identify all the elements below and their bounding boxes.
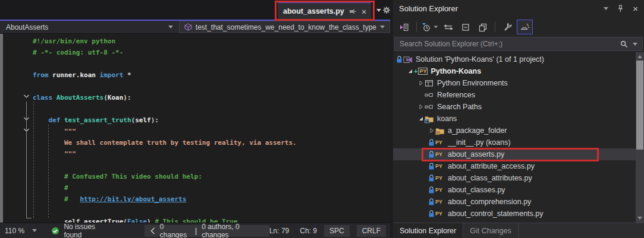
member-dropdown[interactable]: test_that_sometimes_we_need_to_know_the_… [179, 21, 390, 33]
code-line[interactable] [33, 103, 390, 115]
properties-wrench-button[interactable] [500, 20, 516, 34]
code-line[interactable]: """ [33, 126, 390, 137]
code-line[interactable]: # -*- coding: utf-8 -*- [33, 47, 390, 58]
collapsed-arrow-icon[interactable] [417, 104, 425, 110]
git-changes-summary[interactable]: 0 changes | 0 authors, 0 changes [144, 225, 269, 237]
expanded-arrow-icon[interactable] [417, 116, 425, 122]
environments-icon-slot [425, 79, 435, 87]
preview-selected-button[interactable] [517, 20, 533, 34]
references-icon [425, 103, 433, 110]
tree-item-python-environments[interactable]: Python Environments [393, 77, 636, 89]
chevron-down-icon [168, 26, 173, 28]
sync-active-document-button[interactable] [440, 20, 456, 34]
tree-item-search-paths[interactable]: Search Paths [393, 101, 636, 113]
type-dropdown[interactable]: AboutAsserts [0, 21, 179, 33]
column-indicator[interactable]: Ch: 9 [300, 227, 317, 235]
gear-icon[interactable] [382, 6, 391, 14]
scc-added-icon: + [414, 68, 417, 75]
code-line[interactable]: #!/usr/bin/env python [33, 36, 390, 47]
code-line[interactable]: from runner.koan import * [33, 69, 390, 81]
folder-package-icon-slot [435, 126, 446, 135]
tree-item-about-attribute-access-py[interactable]: PYabout_attribute_access.py [393, 160, 636, 172]
close-icon[interactable]: × [633, 4, 638, 13]
code-line[interactable] [33, 58, 390, 69]
tree-item-about-asserts-py[interactable]: PYabout_asserts.py [393, 148, 636, 160]
indent-guide [48, 125, 49, 218]
line-indicator[interactable]: Ln: 79 [269, 227, 289, 235]
pinned-icon[interactable] [349, 8, 357, 15]
code-line[interactable] [33, 160, 390, 171]
collapsed-arrow-icon[interactable] [417, 80, 425, 86]
code-line[interactable]: We shall contemplate truth by testing re… [33, 137, 390, 148]
code-line[interactable]: # [33, 182, 390, 193]
search-icon[interactable] [620, 40, 628, 48]
tab-overflow-chevron-down-icon[interactable] [376, 9, 381, 12]
spaces-indicator[interactable]: SPC [324, 225, 350, 237]
expanded-arrow-icon[interactable] [406, 68, 414, 74]
py-file-icon: PY [435, 163, 442, 169]
member-dropdown-value: test_that_sometimes_we_need_to_know_the_… [196, 23, 376, 31]
tree-item-python-koans[interactable]: +PYPython-Koans [393, 65, 636, 77]
py-file-icon-slot: PY [435, 175, 446, 181]
filter-clock-button[interactable] [421, 20, 439, 34]
lock-icon [428, 186, 435, 194]
py-file-icon: PY [435, 199, 442, 205]
solution-icon [403, 55, 413, 64]
code-line[interactable]: self.assertTrue(False) # This should be … [33, 216, 390, 223]
chevron-down-icon[interactable] [633, 43, 637, 46]
collapse-all-icon [461, 23, 470, 32]
tab-about-asserts[interactable]: about_asserts.py × [278, 2, 371, 20]
sync-active-document-icon [444, 23, 453, 32]
code-line[interactable]: # Confused? This video should help: [33, 171, 390, 182]
code-line[interactable] [33, 205, 390, 216]
code-line[interactable] [33, 81, 390, 92]
tree-item-init-py-koans[interactable]: PY__init__.py (koans) [393, 137, 636, 148]
vertical-scrollbar[interactable] [636, 52, 644, 223]
tree-item-label: about_asserts.py [448, 150, 504, 158]
py-file-icon: PY [435, 187, 442, 193]
chevron-down-icon [434, 26, 438, 28]
window-position-chevron-down-icon[interactable] [604, 7, 608, 10]
scroll-down-icon[interactable] [637, 217, 642, 220]
collapse-all-button[interactable] [457, 20, 473, 34]
tree-item-references[interactable]: References [393, 89, 636, 101]
issues-indicator[interactable]: No issues found [51, 223, 111, 238]
tree-item-label: a_package_folder [448, 126, 507, 135]
switch-views-button[interactable] [396, 20, 412, 34]
tree-item-about-classes-py[interactable]: PYabout_classes.py [393, 184, 636, 196]
code-line[interactable]: """ [33, 148, 390, 160]
code-line[interactable]: def test_assert_truth(self): [33, 115, 390, 126]
changes-count: 0 changes [160, 223, 190, 238]
lock-icon [428, 151, 435, 158]
scrollbar-thumb[interactable] [636, 61, 643, 150]
copy-item-button[interactable] [475, 20, 491, 34]
py-file-icon: PY [435, 139, 442, 145]
scroll-up-icon[interactable] [637, 55, 642, 58]
collapsed-arrow-icon[interactable] [428, 128, 435, 134]
fold-scope-line [26, 101, 27, 218]
tree-item-a-package-folder[interactable]: a_package_folder [393, 125, 636, 137]
search-input[interactable]: Search Solution Explorer (Ctrl+;) [394, 37, 643, 51]
tree-item-solution-python-koans-1-of-1-project[interactable]: Solution 'Python-Koans' (1 of 1 project) [393, 53, 636, 65]
code-editor[interactable]: #!/usr/bin/env python# -*- coding: utf-8… [0, 34, 390, 223]
code-lines: #!/usr/bin/env python# -*- coding: utf-8… [33, 36, 390, 223]
pin-icon[interactable] [617, 5, 624, 12]
tree-item-about-comprehension-py[interactable]: PYabout_comprehension.py [393, 196, 636, 208]
code-line[interactable]: # http://bit.ly/about_asserts [33, 193, 390, 205]
fold-collapse-icon[interactable] [23, 94, 30, 99]
zoom-level-select[interactable]: 110 % [5, 227, 37, 235]
close-icon[interactable]: × [362, 7, 367, 16]
tree-item-about-control-statements-py[interactable]: PYabout_control_statements.py [393, 208, 636, 220]
lock-icon [395, 56, 403, 64]
code-line[interactable]: class AboutAsserts(Koan): [33, 92, 390, 103]
tree-item-about-class-attributes-py[interactable]: PYabout_class_attributes.py [393, 172, 636, 184]
eol-indicator[interactable]: CRLF [357, 225, 386, 237]
zoom-level-value: 110 % [5, 227, 24, 235]
tree-item-koans[interactable]: koans [393, 113, 636, 125]
py-file-icon-slot: PY [435, 211, 446, 217]
tree-item-label: about_comprehension.py [448, 198, 531, 206]
bottom-tab-git-changes[interactable]: Git Changes [463, 223, 518, 238]
tree-item-label: Solution 'Python-Koans' (1 of 1 project) [416, 55, 544, 64]
bottom-tab-solution-explorer[interactable]: Solution Explorer [393, 223, 463, 238]
tab-title: about_asserts.py [283, 7, 344, 15]
